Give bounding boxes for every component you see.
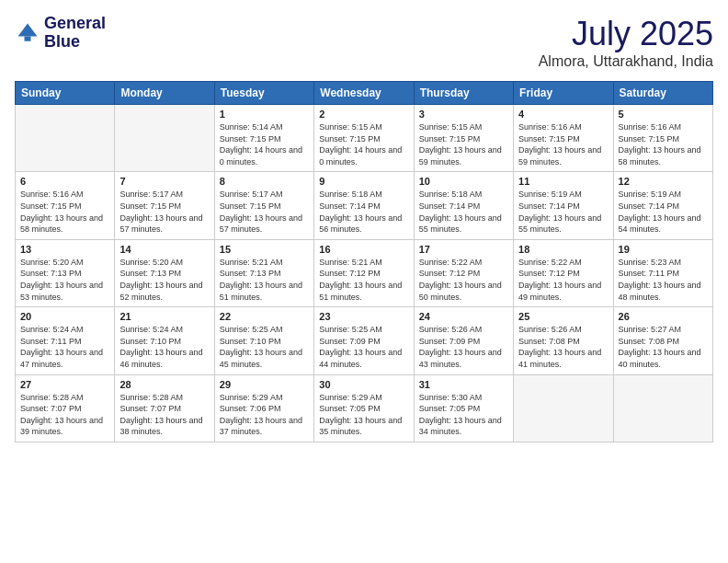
calendar-cell: 20Sunrise: 5:24 AMSunset: 7:11 PMDayligh…: [16, 307, 115, 374]
day-number: 23: [319, 311, 408, 322]
calendar-cell: [613, 374, 712, 442]
day-number: 10: [419, 176, 508, 187]
day-info: Sunrise: 5:29 AMSunset: 7:06 PMDaylight:…: [220, 392, 309, 438]
calendar-cell: 4Sunrise: 5:16 AMSunset: 7:15 PMDaylight…: [514, 105, 613, 172]
weekday-header-tuesday: Tuesday: [214, 82, 313, 105]
logo-text: General Blue: [44, 15, 106, 52]
calendar-cell: 14Sunrise: 5:20 AMSunset: 7:13 PMDayligh…: [115, 239, 214, 306]
weekday-header-friday: Friday: [514, 82, 613, 105]
day-number: 19: [619, 244, 708, 255]
title-block: July 2025 Almora, Uttarakhand, India: [539, 15, 713, 70]
day-number: 16: [319, 244, 408, 255]
day-info: Sunrise: 5:26 AMSunset: 7:09 PMDaylight:…: [419, 324, 508, 370]
calendar-week-row: 6Sunrise: 5:16 AMSunset: 7:15 PMDaylight…: [16, 172, 713, 239]
calendar-cell: [16, 105, 115, 172]
day-number: 20: [20, 311, 109, 322]
day-number: 15: [220, 244, 309, 255]
day-number: 4: [518, 109, 608, 120]
calendar-week-row: 13Sunrise: 5:20 AMSunset: 7:13 PMDayligh…: [16, 239, 713, 306]
weekday-header-thursday: Thursday: [414, 82, 513, 105]
location-subtitle: Almora, Uttarakhand, India: [539, 53, 713, 70]
calendar-cell: 9Sunrise: 5:18 AMSunset: 7:14 PMDaylight…: [314, 172, 414, 239]
day-number: 26: [619, 311, 708, 322]
day-info: Sunrise: 5:22 AMSunset: 7:12 PMDaylight:…: [419, 257, 508, 303]
day-info: Sunrise: 5:14 AMSunset: 7:15 PMDaylight:…: [220, 121, 309, 167]
day-number: 3: [419, 109, 508, 120]
day-info: Sunrise: 5:19 AMSunset: 7:14 PMDaylight:…: [518, 189, 608, 235]
weekday-header-sunday: Sunday: [16, 82, 115, 105]
day-info: Sunrise: 5:25 AMSunset: 7:10 PMDaylight:…: [220, 324, 309, 370]
logo-icon: [15, 20, 40, 46]
calendar-cell: 30Sunrise: 5:29 AMSunset: 7:05 PMDayligh…: [314, 374, 414, 442]
day-info: Sunrise: 5:15 AMSunset: 7:15 PMDaylight:…: [419, 121, 508, 167]
day-info: Sunrise: 5:28 AMSunset: 7:07 PMDaylight:…: [119, 392, 209, 438]
day-info: Sunrise: 5:24 AMSunset: 7:10 PMDaylight:…: [119, 324, 209, 370]
svg-rect-1: [25, 36, 31, 40]
day-info: Sunrise: 5:20 AMSunset: 7:13 PMDaylight:…: [119, 257, 209, 303]
calendar-cell: 1Sunrise: 5:14 AMSunset: 7:15 PMDaylight…: [214, 105, 313, 172]
calendar-cell: 16Sunrise: 5:21 AMSunset: 7:12 PMDayligh…: [314, 239, 414, 306]
calendar-week-row: 1Sunrise: 5:14 AMSunset: 7:15 PMDaylight…: [16, 105, 713, 172]
calendar-cell: [115, 105, 214, 172]
day-info: Sunrise: 5:17 AMSunset: 7:15 PMDaylight:…: [220, 189, 309, 235]
calendar-cell: 13Sunrise: 5:20 AMSunset: 7:13 PMDayligh…: [16, 239, 115, 306]
day-number: 8: [220, 176, 309, 187]
day-number: 28: [119, 379, 209, 390]
day-info: Sunrise: 5:20 AMSunset: 7:13 PMDaylight:…: [20, 257, 109, 303]
day-number: 11: [518, 176, 608, 187]
day-info: Sunrise: 5:28 AMSunset: 7:07 PMDaylight:…: [20, 392, 109, 438]
calendar-table: SundayMondayTuesdayWednesdayThursdayFrid…: [15, 81, 713, 442]
day-info: Sunrise: 5:16 AMSunset: 7:15 PMDaylight:…: [20, 189, 109, 235]
day-info: Sunrise: 5:21 AMSunset: 7:12 PMDaylight:…: [319, 257, 408, 303]
weekday-header-wednesday: Wednesday: [314, 82, 414, 105]
calendar-cell: 24Sunrise: 5:26 AMSunset: 7:09 PMDayligh…: [414, 307, 513, 374]
day-number: 27: [20, 379, 109, 390]
calendar-cell: 10Sunrise: 5:18 AMSunset: 7:14 PMDayligh…: [414, 172, 513, 239]
day-number: 18: [518, 244, 608, 255]
calendar-cell: 17Sunrise: 5:22 AMSunset: 7:12 PMDayligh…: [414, 239, 513, 306]
day-info: Sunrise: 5:26 AMSunset: 7:08 PMDaylight:…: [518, 324, 608, 370]
calendar-cell: 23Sunrise: 5:25 AMSunset: 7:09 PMDayligh…: [314, 307, 414, 374]
day-info: Sunrise: 5:16 AMSunset: 7:15 PMDaylight:…: [619, 121, 708, 167]
day-number: 9: [319, 176, 408, 187]
weekday-header-row: SundayMondayTuesdayWednesdayThursdayFrid…: [16, 82, 713, 105]
day-number: 7: [119, 176, 209, 187]
day-number: 22: [220, 311, 309, 322]
month-title: July 2025: [539, 15, 713, 53]
day-number: 13: [20, 244, 109, 255]
calendar-cell: 5Sunrise: 5:16 AMSunset: 7:15 PMDaylight…: [613, 105, 712, 172]
calendar-cell: 11Sunrise: 5:19 AMSunset: 7:14 PMDayligh…: [514, 172, 613, 239]
day-number: 2: [319, 109, 408, 120]
calendar-cell: [514, 374, 613, 442]
day-info: Sunrise: 5:15 AMSunset: 7:15 PMDaylight:…: [319, 121, 408, 167]
day-info: Sunrise: 5:19 AMSunset: 7:14 PMDaylight:…: [619, 189, 708, 235]
day-number: 31: [419, 379, 508, 390]
calendar-cell: 18Sunrise: 5:22 AMSunset: 7:12 PMDayligh…: [514, 239, 613, 306]
day-info: Sunrise: 5:18 AMSunset: 7:14 PMDaylight:…: [319, 189, 408, 235]
day-number: 12: [619, 176, 708, 187]
svg-marker-0: [18, 23, 38, 36]
day-number: 29: [220, 379, 309, 390]
calendar-week-row: 27Sunrise: 5:28 AMSunset: 7:07 PMDayligh…: [16, 374, 713, 442]
day-info: Sunrise: 5:30 AMSunset: 7:05 PMDaylight:…: [419, 392, 508, 438]
page-header: General Blue July 2025 Almora, Uttarakha…: [15, 15, 713, 70]
calendar-cell: 2Sunrise: 5:15 AMSunset: 7:15 PMDaylight…: [314, 105, 414, 172]
calendar-cell: 27Sunrise: 5:28 AMSunset: 7:07 PMDayligh…: [16, 374, 115, 442]
day-info: Sunrise: 5:25 AMSunset: 7:09 PMDaylight:…: [319, 324, 408, 370]
day-info: Sunrise: 5:16 AMSunset: 7:15 PMDaylight:…: [518, 121, 608, 167]
day-info: Sunrise: 5:22 AMSunset: 7:12 PMDaylight:…: [518, 257, 608, 303]
calendar-header: SundayMondayTuesdayWednesdayThursdayFrid…: [16, 82, 713, 105]
calendar-cell: 3Sunrise: 5:15 AMSunset: 7:15 PMDaylight…: [414, 105, 513, 172]
day-info: Sunrise: 5:18 AMSunset: 7:14 PMDaylight:…: [419, 189, 508, 235]
logo: General Blue: [15, 15, 106, 52]
day-info: Sunrise: 5:27 AMSunset: 7:08 PMDaylight:…: [619, 324, 708, 370]
day-number: 14: [119, 244, 209, 255]
day-info: Sunrise: 5:23 AMSunset: 7:11 PMDaylight:…: [619, 257, 708, 303]
calendar-cell: 12Sunrise: 5:19 AMSunset: 7:14 PMDayligh…: [613, 172, 712, 239]
calendar-cell: 6Sunrise: 5:16 AMSunset: 7:15 PMDaylight…: [16, 172, 115, 239]
calendar-cell: 8Sunrise: 5:17 AMSunset: 7:15 PMDaylight…: [214, 172, 313, 239]
calendar-cell: 19Sunrise: 5:23 AMSunset: 7:11 PMDayligh…: [613, 239, 712, 306]
day-info: Sunrise: 5:17 AMSunset: 7:15 PMDaylight:…: [119, 189, 209, 235]
day-info: Sunrise: 5:21 AMSunset: 7:13 PMDaylight:…: [220, 257, 309, 303]
day-info: Sunrise: 5:24 AMSunset: 7:11 PMDaylight:…: [20, 324, 109, 370]
